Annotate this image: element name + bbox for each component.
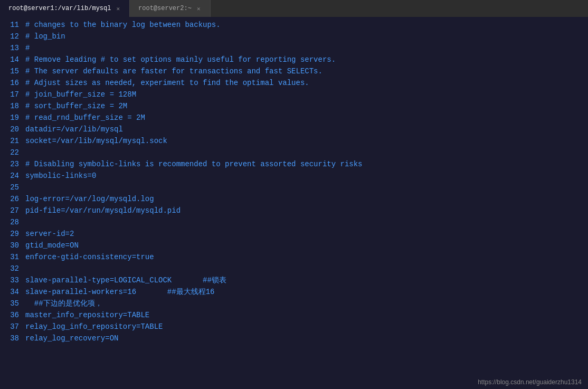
- line-number: 14: [4, 54, 19, 65]
- table-row: 35 ##下边的是优化项，: [0, 298, 588, 309]
- watermark: https://blog.csdn.net/guaiderzhu1314: [478, 378, 582, 386]
- line-number: 13: [4, 42, 19, 54]
- terminal-container: root@server1:/var/lib/mysql ✕ root@serve…: [0, 0, 588, 389]
- line-number: 33: [4, 274, 19, 286]
- line-content: # Adjust sizes as needed, experiment to …: [25, 77, 309, 89]
- table-row: 19# read_rnd_buffer_size = 2M: [0, 112, 588, 124]
- table-row: 12# log_bin: [0, 31, 588, 42]
- table-row: 37relay_log_info_repository=TABLE: [0, 321, 588, 333]
- table-row: 18# sort_buffer_size = 2M: [0, 100, 588, 112]
- line-number: 28: [4, 216, 19, 228]
- line-content: # The server defaults are faster for tra…: [25, 65, 323, 77]
- line-number: 32: [4, 263, 19, 274]
- line-content: relay_log_info_repository=TABLE: [25, 321, 163, 333]
- table-row: 30gtid_mode=ON: [0, 240, 588, 251]
- table-row: 36master_info_repository=TABLE: [0, 309, 588, 321]
- line-content: # sort_buffer_size = 2M: [25, 100, 127, 112]
- tab-server2[interactable]: root@server2:~ ✕: [130, 0, 210, 17]
- line-number: 17: [4, 89, 19, 100]
- line-number: 18: [4, 100, 19, 112]
- table-row: 23# Disabling symbolic-links is recommen…: [0, 158, 588, 170]
- line-number: 12: [4, 31, 19, 42]
- tab-bar: root@server1:/var/lib/mysql ✕ root@serve…: [0, 0, 588, 17]
- line-number: 31: [4, 251, 19, 263]
- line-number: 21: [4, 135, 19, 147]
- line-content: log-error=/var/log/mysqld.log: [25, 193, 154, 205]
- line-number: 20: [4, 124, 19, 135]
- line-number: 37: [4, 321, 19, 333]
- table-row: 27pid-file=/var/run/mysqld/mysqld.pid: [0, 205, 588, 216]
- tab-server1[interactable]: root@server1:/var/lib/mysql ✕: [0, 0, 130, 17]
- line-number: 19: [4, 112, 19, 124]
- tab-server1-label: root@server1:/var/lib/mysql: [8, 5, 111, 12]
- line-content: #: [25, 42, 30, 54]
- table-row: 16# Adjust sizes as needed, experiment t…: [0, 77, 588, 89]
- line-content: relay_log_recovery=ON: [25, 333, 118, 344]
- table-row: 17# join_buffer_size = 128M: [0, 89, 588, 100]
- table-row: 24symbolic-links=0: [0, 170, 588, 182]
- line-content: # Disabling symbolic-links is recommende…: [25, 158, 363, 170]
- table-row: 13#: [0, 42, 588, 54]
- table-row: 26log-error=/var/log/mysqld.log: [0, 193, 588, 205]
- line-number: 24: [4, 170, 19, 182]
- line-number: 36: [4, 309, 19, 321]
- line-number: 35: [4, 298, 19, 309]
- line-content: slave-parallel-type=LOGICAL_CLOCK ##锁表: [25, 274, 226, 286]
- table-row: 32: [0, 263, 588, 274]
- table-row: 33slave-parallel-type=LOGICAL_CLOCK ##锁表: [0, 274, 588, 286]
- line-content: symbolic-links=0: [25, 170, 96, 182]
- line-content: pid-file=/var/run/mysqld/mysqld.pid: [25, 205, 181, 216]
- line-content: # changes to the binary log between back…: [25, 19, 221, 31]
- line-number: 38: [4, 333, 19, 344]
- line-number: 30: [4, 240, 19, 251]
- line-content: # read_rnd_buffer_size = 2M: [25, 112, 145, 124]
- line-number: 23: [4, 158, 19, 170]
- table-row: 21socket=/var/lib/mysql/mysql.sock: [0, 135, 588, 147]
- line-content: ##下边的是优化项，: [25, 298, 102, 309]
- content-area: 11# changes to the binary log between ba…: [0, 17, 588, 389]
- line-content: datadir=/var/lib/mysql: [25, 124, 123, 135]
- line-number: 16: [4, 77, 19, 89]
- line-content: slave-parallel-workers=16 ##最大线程16: [25, 286, 214, 298]
- table-row: 29server-id=2: [0, 228, 588, 240]
- line-content: enforce-gtid-consistency=true: [25, 251, 154, 263]
- line-number: 25: [4, 182, 19, 193]
- table-row: 11# changes to the binary log between ba…: [0, 19, 588, 31]
- line-number: 11: [4, 19, 19, 31]
- line-number: 27: [4, 205, 19, 216]
- line-content: # log_bin: [25, 31, 65, 42]
- table-row: 14# Remove leading # to set options main…: [0, 54, 588, 65]
- line-content: # join_buffer_size = 128M: [25, 89, 136, 100]
- line-content: gtid_mode=ON: [25, 240, 79, 251]
- line-number: 15: [4, 65, 19, 77]
- code-block: 11# changes to the binary log between ba…: [0, 19, 588, 344]
- table-row: 15# The server defaults are faster for t…: [0, 65, 588, 77]
- line-content: socket=/var/lib/mysql/mysql.sock: [25, 135, 167, 147]
- line-number: 29: [4, 228, 19, 240]
- table-row: 25: [0, 182, 588, 193]
- tab-spacer: [211, 0, 588, 17]
- line-number: 26: [4, 193, 19, 205]
- table-row: 31enforce-gtid-consistency=true: [0, 251, 588, 263]
- table-row: 28: [0, 216, 588, 228]
- line-number: 22: [4, 147, 19, 158]
- table-row: 20datadir=/var/lib/mysql: [0, 124, 588, 135]
- table-row: 38relay_log_recovery=ON: [0, 333, 588, 344]
- table-row: 22: [0, 147, 588, 158]
- tab-server2-close[interactable]: ✕: [196, 5, 202, 12]
- table-row: 34slave-parallel-workers=16 ##最大线程16: [0, 286, 588, 298]
- tab-server1-close[interactable]: ✕: [115, 5, 121, 12]
- line-content: # Remove leading # to set options mainly…: [25, 54, 336, 65]
- line-content: server-id=2: [25, 228, 74, 240]
- line-content: master_info_repository=TABLE: [25, 309, 149, 321]
- tab-server2-label: root@server2:~: [138, 5, 192, 12]
- line-number: 34: [4, 286, 19, 298]
